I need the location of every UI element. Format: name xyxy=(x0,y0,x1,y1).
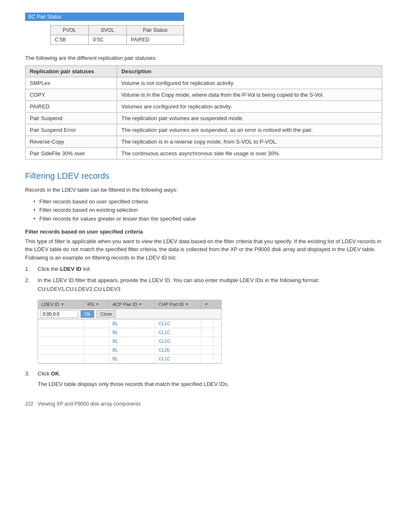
ldev-cell-extra xyxy=(201,355,214,363)
ldev-cell-extra xyxy=(201,337,214,345)
ldev-cell-rg xyxy=(84,337,109,345)
ldev-header-acp: ACP Pair ID xyxy=(113,302,137,307)
rep-desc-cell: Volume is not configured for replication… xyxy=(117,77,382,89)
ldev-col-acp: ACP Pair ID ▼ xyxy=(109,300,155,308)
rep-intro-text: The following are the different replicat… xyxy=(25,55,382,61)
ldev-cell-id xyxy=(38,346,84,354)
ldev-header-chip: CHP Port ID xyxy=(159,302,184,307)
ldev-id-input[interactable] xyxy=(41,310,78,318)
ldev-cell-rg xyxy=(84,328,109,337)
rep-table-row: SMPLexVolume is not configured for repli… xyxy=(26,77,382,89)
ldev-header-row: LDEV ID ▼ RG ▼ ACP Pair ID ▼ CHP Port ID… xyxy=(38,300,221,309)
filter-step3-list: 3. Click OK. The LDEV table displays onl… xyxy=(25,370,382,389)
step-2-text: In the LDEV ID filter that appears, prov… xyxy=(38,277,319,292)
ldev-cell-extra xyxy=(201,319,214,328)
rep-table-row: Pair SideFile 30% overThe continuous acc… xyxy=(26,148,382,159)
bc-pair-title: BC Pair Status xyxy=(25,13,184,21)
filter-heading: Filtering LDEV records xyxy=(25,171,382,181)
bullet-item: Filter records for values greater or les… xyxy=(33,215,382,224)
replication-statuses-table: Replication pair statuses Description SM… xyxy=(25,65,382,159)
ldev-data-row: BLCL1C xyxy=(38,328,221,337)
bc-pair-table-wrapper: PVOL SVOL Pair Status C:5B 0:5C PAIRED xyxy=(50,25,382,45)
ldev-sort-arrow-extra[interactable]: ▼ xyxy=(205,302,208,306)
close-button[interactable]: Close xyxy=(97,310,116,318)
bc-pair-table: PVOL SVOL Pair Status C:5B 0:5C PAIRED xyxy=(50,25,184,45)
rep-table-row: PAIREDVolumes are configured for replica… xyxy=(26,101,382,113)
ldev-cell-rg xyxy=(84,355,109,363)
filter-intro: Records in the LDEV table can be filtere… xyxy=(25,186,382,194)
step-3-subtext: The LDEV table displays only those recor… xyxy=(38,380,382,389)
ok-button[interactable]: Ok xyxy=(81,310,94,318)
ldev-cell-id xyxy=(38,355,84,363)
rep-status-cell: SMPLex xyxy=(26,77,117,89)
step-3: 3. Click OK. The LDEV table displays onl… xyxy=(25,370,382,389)
bc-pair-row: C:5B 0:5C PAIRED xyxy=(51,35,184,45)
footer-text: Viewing XP and P9000 disk array componen… xyxy=(38,401,141,407)
bc-col-pairstatus: Pair Status xyxy=(127,26,184,35)
ldev-sort-arrow-acp[interactable]: ▼ xyxy=(138,302,142,306)
ldev-cell-id xyxy=(38,328,84,337)
rep-status-cell: Pair Suspend Error xyxy=(26,124,117,136)
rep-col-description: Description xyxy=(117,66,382,77)
ldev-cell-rg xyxy=(84,346,109,354)
filter-steps: 1. Click the LDEV ID list. 2. In the LDE… xyxy=(25,265,382,293)
rep-table-row: Pair SuspendThe replication pair volumes… xyxy=(26,113,382,124)
rep-status-cell: Pair SideFile 30% over xyxy=(26,148,117,159)
step-1: 1. Click the LDEV ID list. xyxy=(25,265,382,274)
page-footer: 222 Viewing XP and P9000 disk array comp… xyxy=(25,401,382,407)
rep-desc-cell: The replication pair volumes are suspend… xyxy=(117,124,382,136)
step-3-num: 3. xyxy=(25,370,30,378)
ldev-col-ldev-id: LDEV ID ▼ xyxy=(38,300,84,308)
bc-col-svol: SVOL xyxy=(89,26,127,35)
ldev-cell-acp[interactable]: BL xyxy=(109,337,155,345)
rep-desc-cell: The replication pair volumes are suspend… xyxy=(117,113,382,124)
filter-body: This type of filter is applicable when y… xyxy=(25,237,382,262)
ldev-header-rg: RG xyxy=(87,302,95,307)
bc-cell-pairstatusval: PAIRED xyxy=(127,35,184,45)
rep-status-cell: Reverse Copy xyxy=(26,136,117,148)
bc-col-pvol: PVOL xyxy=(51,26,89,35)
ldev-cell-chip[interactable]: CL1C xyxy=(155,328,201,337)
ldev-screenshot: LDEV ID ▼ RG ▼ ACP Pair ID ▼ CHP Port ID… xyxy=(38,300,222,364)
rep-status-cell: Pair Suspend xyxy=(26,113,117,124)
ldev-cell-rg xyxy=(84,319,109,328)
footer-page-num: 222 xyxy=(25,401,33,407)
ldev-cell-acp[interactable]: BL xyxy=(109,319,155,328)
rep-table-row: Pair Suspend ErrorThe replication pair v… xyxy=(26,124,382,136)
rep-desc-cell: Volume is in the Copy mode, where data f… xyxy=(117,89,382,101)
ldev-cell-acp[interactable]: BL xyxy=(109,355,155,363)
rep-status-cell: COPY xyxy=(26,89,117,101)
ldev-cell-extra xyxy=(201,328,214,337)
rep-table-row: COPYVolume is in the Copy mode, where da… xyxy=(26,89,382,101)
ldev-cell-acp[interactable]: BL xyxy=(109,328,155,337)
bc-cell-svol: 0:5C xyxy=(89,35,127,45)
ldev-data-row: BLCL1C xyxy=(38,355,221,363)
step-1-num: 1. xyxy=(25,265,30,274)
bullet-item: Filter records based on user specified c… xyxy=(33,198,382,206)
rep-table-header-row: Replication pair statuses Description xyxy=(26,66,382,77)
ldev-sort-arrow-rg[interactable]: ▼ xyxy=(96,302,100,306)
rep-desc-cell: The continuous access asynchronous side … xyxy=(117,148,382,159)
rep-col-status: Replication pair statuses xyxy=(26,66,117,77)
ldev-cell-extra xyxy=(201,346,214,354)
ldev-cell-chip[interactable]: CL1C xyxy=(155,355,201,363)
ldev-cell-chip[interactable]: CL2E xyxy=(155,346,201,354)
ldev-data-row: BLCL2E xyxy=(38,346,221,355)
ldev-cell-chip[interactable]: CL1C xyxy=(155,319,201,328)
bullet-item: Filter records based on existing selecti… xyxy=(33,206,382,215)
step-2-num: 2. xyxy=(25,276,30,285)
ldev-col-extra: ▼ xyxy=(201,300,214,308)
step-1-text: Click the LDEV ID list. xyxy=(38,266,91,272)
filter-section: Filtering LDEV records Records in the LD… xyxy=(25,171,382,388)
ldev-header-ldev: LDEV ID xyxy=(41,302,59,307)
ldev-cell-chip[interactable]: CL1G xyxy=(155,337,201,345)
ldev-cell-id xyxy=(38,337,84,345)
bc-pair-section: BC Pair Status PVOL SVOL Pair Status C:5… xyxy=(25,13,382,45)
rep-table-row: Reverse CopyThe replication is in a reve… xyxy=(26,136,382,148)
bc-cell-pvol: C:5B xyxy=(51,35,89,45)
ldev-sort-arrow-ldev[interactable]: ▼ xyxy=(61,302,64,306)
ldev-data-rows: BLCL1CBLCL1CBLCL1GBLCL2EBLCL1C xyxy=(38,319,221,363)
ldev-filter-row[interactable]: Ok Close xyxy=(38,309,221,319)
ldev-sort-arrow-chip[interactable]: ▼ xyxy=(185,302,189,306)
ldev-cell-acp[interactable]: BL xyxy=(109,346,155,354)
